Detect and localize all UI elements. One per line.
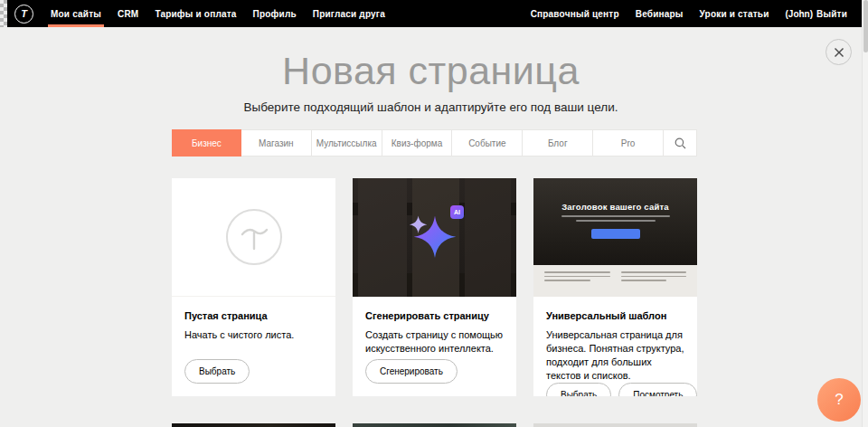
card-title: Сгенерировать страницу (365, 310, 504, 321)
preview-gray-line (621, 276, 687, 278)
user-account: (John) Выйти (777, 0, 855, 27)
preview-heading: Заголовок вашего сайта (561, 202, 669, 212)
card-title: Универсальный шаблон (546, 310, 684, 321)
preview-gray-line (621, 271, 687, 273)
nav-my-sites[interactable]: Мои сайты (42, 0, 109, 27)
tab-quiz-form[interactable]: Квиз-форма (382, 130, 453, 156)
tab-event[interactable]: Событие (452, 130, 523, 156)
card-next-row-2 (353, 423, 516, 427)
view-template-button[interactable]: Посмотреть (618, 383, 697, 396)
topbar: T Мои сайты CRM Тарифы и оплата Профиль … (0, 0, 868, 27)
template-thumbnail (533, 423, 697, 427)
nav-lessons-articles[interactable]: Уроки и статьи (692, 0, 778, 27)
preview-text-column (544, 271, 610, 290)
tab-blog[interactable]: Блог (523, 130, 593, 156)
checker-strip (0, 0, 7, 27)
template-thumbnail (353, 423, 516, 427)
preview-text-line (561, 215, 670, 217)
blank-page-preview (172, 178, 335, 297)
scrollbar[interactable] (862, 0, 868, 427)
tab-pro[interactable]: Pro (593, 130, 664, 156)
card-description: Создать страницу с помощью искусственног… (365, 328, 504, 356)
close-icon (834, 47, 844, 58)
universal-template-preview: Заголовок вашего сайта (533, 178, 697, 297)
logout-link[interactable]: Выйти (816, 9, 847, 19)
template-thumbnail (172, 423, 335, 427)
tilda-logo[interactable]: T (14, 5, 33, 24)
tab-search[interactable] (664, 130, 696, 156)
logo-letter: T (21, 9, 27, 19)
nav-profile[interactable]: Профиль (245, 0, 305, 27)
topbar-nav-right: Справочный центр Вебинары Уроки и статьи… (523, 0, 855, 27)
choose-blank-button[interactable]: Выбрать (184, 359, 250, 384)
card-ai-generate: AI Сгенерировать страницу Создать страни… (353, 178, 516, 396)
card-buttons: Выбрать (184, 359, 323, 384)
ai-preview: AI (353, 178, 516, 297)
nav-webinars[interactable]: Вебинары (627, 0, 692, 27)
search-icon (675, 138, 686, 149)
preview-gray-line (544, 280, 590, 281)
preview-gray-line (544, 276, 610, 278)
card-next-row-3 (533, 423, 697, 427)
card-description: Универсальная страница для бизнеса. Поня… (546, 328, 684, 383)
template-grid: Пустая страница Начать с чистого листа. … (172, 178, 697, 427)
tab-multilink[interactable]: Мультиссылка (312, 130, 382, 156)
card-buttons: Выбрать Посмотреть (546, 383, 684, 396)
nav-invite-friend[interactable]: Пригласи друга (305, 0, 393, 27)
help-button[interactable]: ? (817, 378, 861, 422)
nav-tariffs-payment[interactable]: Тарифы и оплата (146, 0, 244, 27)
card-title: Пустая страница (184, 310, 323, 321)
generate-button[interactable]: Сгенерировать (365, 359, 458, 384)
preview-text-column (621, 271, 687, 290)
page-title: Новая страница (0, 49, 862, 93)
preview-gray-line (621, 280, 667, 281)
preview-text-line (576, 220, 656, 222)
card-description: Начать с чистого листа. (184, 328, 323, 342)
tab-shop[interactable]: Магазин (241, 130, 312, 156)
nav-crm[interactable]: CRM (109, 0, 146, 27)
card-universal-template: Заголовок вашего сайта Универсальн (533, 178, 697, 396)
card-body: Универсальный шаблон Универсальная стран… (533, 297, 697, 396)
scrollbar-thumb[interactable] (863, 0, 868, 52)
card-body: Сгенерировать страницу Создать страницу … (353, 297, 516, 396)
card-next-row-1 (172, 423, 335, 427)
choose-template-button[interactable]: Выбрать (546, 383, 611, 396)
page-subtitle: Выберите подходящий шаблон и адаптируйте… (0, 100, 862, 114)
preview-gray-line (544, 271, 610, 273)
preview-text-section (533, 265, 697, 297)
tab-business[interactable]: Бизнес (172, 129, 241, 157)
card-body: Пустая страница Начать с чистого листа. … (172, 297, 335, 396)
card-buttons: Сгенерировать (365, 359, 504, 384)
topbar-nav-left: Мои сайты CRM Тарифы и оплата Профиль Пр… (42, 0, 393, 27)
close-button[interactable] (826, 39, 852, 65)
preview-cta-button (591, 229, 640, 239)
preview-hero-section: Заголовок вашего сайта (533, 178, 697, 265)
user-name: (John) (785, 9, 813, 19)
tilda-mark-icon (225, 208, 283, 266)
nav-help-center[interactable]: Справочный центр (523, 0, 627, 27)
card-blank-page: Пустая страница Начать с чистого листа. … (172, 178, 335, 396)
ai-badge: AI (450, 205, 464, 219)
template-category-tabs: Бизнес Магазин Мультиссылка Квиз-форма С… (172, 129, 697, 157)
